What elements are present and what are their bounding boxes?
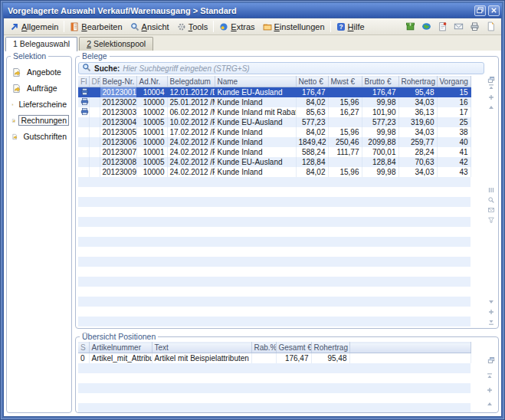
column-header-Belegdatum[interactable]: Belegdatum bbox=[167, 77, 215, 87]
column-header-Gesamt €[interactable]: Gesamt € bbox=[276, 343, 311, 353]
menu-item-allgemein[interactable]: Allgemein bbox=[6, 21, 62, 33]
sidebar-item-lieferscheine[interactable]: Lieferscheine bbox=[11, 99, 69, 110]
cell-mwst: 16,27 bbox=[328, 107, 362, 117]
scroll-up-button[interactable] bbox=[486, 397, 494, 410]
menu-item-label: Tools bbox=[189, 22, 208, 31]
menu-item-label: Hilfe bbox=[348, 22, 365, 31]
cell-vorgang: 38 bbox=[437, 127, 471, 137]
empty-cell bbox=[78, 247, 471, 257]
toolbar-package-button[interactable] bbox=[402, 21, 418, 32]
search-input[interactable]: Hier Suchbegriff eingeben (STRG+S) bbox=[123, 64, 480, 73]
empty-cell bbox=[78, 393, 471, 403]
table-row[interactable]: 201230061000024.02.2012 /FrKunde Inland1… bbox=[78, 137, 471, 147]
cell-brutto: 700,01 bbox=[362, 147, 398, 157]
add-button[interactable] bbox=[487, 308, 495, 316]
column-header-Rohertrag €[interactable]: Rohertrag € bbox=[398, 77, 437, 87]
sidebar-item-aufträge[interactable]: Aufträge bbox=[11, 83, 69, 94]
column-header-Text[interactable]: Text bbox=[152, 343, 251, 353]
column-header-Rohertrag €[interactable]: Rohertrag € bbox=[311, 343, 349, 353]
column-header-Mwst €[interactable]: Mwst € bbox=[328, 77, 362, 87]
column-header-blank[interactable] bbox=[349, 343, 471, 353]
title-bar: Vorgelagerte Auswahl Verkauf/Warenausgan… bbox=[3, 3, 502, 18]
cell-vorgang: 25 bbox=[437, 117, 471, 127]
zoom-small-button[interactable] bbox=[487, 196, 495, 204]
empty-cell bbox=[78, 326, 471, 329]
menu-item-hilfe[interactable]: ?Hilfe bbox=[333, 21, 369, 33]
doc-item-icon bbox=[11, 84, 21, 94]
cell-rohertrag: 95,48 bbox=[311, 353, 349, 363]
cell-rohertrag: 34,03 bbox=[398, 97, 437, 107]
menu-item-label: Bearbeiten bbox=[81, 22, 122, 31]
menu-item-bearbeiten[interactable]: Bearbeiten bbox=[66, 21, 126, 33]
column-header-Rab.%[interactable]: Rab.% bbox=[251, 343, 276, 353]
menu-item-extras[interactable]: Extras bbox=[215, 21, 258, 33]
table-row[interactable]: 201230091000024.02.2012 /FrKunde Inland8… bbox=[78, 167, 471, 177]
column-header-S[interactable]: S bbox=[78, 343, 89, 353]
scroll-up-button[interactable] bbox=[487, 103, 495, 111]
toolbar-printer-button[interactable] bbox=[467, 21, 483, 32]
menu-item-ansicht[interactable]: Ansicht bbox=[126, 21, 173, 33]
empty-row bbox=[78, 247, 471, 257]
columns-button[interactable] bbox=[487, 186, 495, 194]
add-button[interactable] bbox=[487, 94, 495, 101]
column-chooser-button[interactable] bbox=[487, 76, 495, 84]
toolbar-notes-button[interactable] bbox=[434, 21, 451, 32]
table-row[interactable]: 201230021000025.01.2012 /MiKunde Inland8… bbox=[78, 97, 471, 107]
column-header-DR[interactable]: DR bbox=[89, 77, 100, 87]
positionen-group: Übersicht Positionen SArtikelnummerTextR… bbox=[75, 332, 499, 413]
table-row[interactable]: 0Artikel_mit_AttributenArtikel mit Beisp… bbox=[78, 353, 471, 363]
column-header-Netto €[interactable]: Netto € bbox=[296, 77, 328, 87]
tab-1-belegauswahl[interactable]: 1 Belegauswahl bbox=[5, 37, 77, 51]
cell-belegdatum: 17.02.2012 /Fr bbox=[167, 127, 215, 137]
scroll-down-button[interactable] bbox=[487, 298, 495, 306]
scroll-top-button[interactable] bbox=[487, 84, 495, 91]
cell-vorgang: 41 bbox=[437, 147, 471, 157]
column-header-Beleg-Nr.[interactable]: Beleg-Nr. bbox=[100, 77, 136, 87]
cell-brutto: 101,90 bbox=[362, 107, 398, 117]
toolbar-mail-button[interactable] bbox=[451, 21, 467, 32]
mail-icon bbox=[454, 21, 464, 31]
table-row[interactable]: 201230081000524.02.2012 /FrKunde EU-Ausl… bbox=[78, 157, 471, 167]
cell-mwst bbox=[328, 157, 362, 167]
cell-gesamt: 176,47 bbox=[276, 353, 311, 363]
column-chooser-button[interactable] bbox=[487, 353, 495, 366]
cell-name: Kunde Inland bbox=[215, 137, 296, 147]
column-header-Vorgang[interactable]: Vorgang bbox=[437, 77, 471, 87]
empty-row bbox=[78, 393, 471, 403]
menu-item-tools[interactable]: Tools bbox=[173, 21, 212, 33]
cell-fi bbox=[78, 117, 89, 127]
tab-2-selektionspool[interactable]: 2 Selektionspool bbox=[79, 37, 153, 51]
column-header-Name[interactable]: Name bbox=[215, 77, 296, 87]
cell-beleg-nr: 20123001 bbox=[100, 87, 136, 98]
table-row[interactable]: 201230051000117.02.2012 /FrKunde Inland8… bbox=[78, 127, 471, 137]
window-controls bbox=[472, 5, 500, 16]
restore-button[interactable] bbox=[474, 5, 486, 16]
close-button[interactable] bbox=[488, 5, 500, 16]
filter-button[interactable] bbox=[487, 216, 495, 224]
toolbar-page-button[interactable] bbox=[483, 21, 499, 32]
magnifier-icon bbox=[82, 63, 91, 72]
scroll-bottom-button[interactable] bbox=[487, 318, 495, 326]
table-row[interactable]: 201230011000412.01.2012 /DoKunde EU-Ausl… bbox=[78, 87, 471, 98]
table-row[interactable]: 201230041000510.02.2012 /FrKunde EU-Ausl… bbox=[78, 117, 471, 127]
column-header-Artikelnummer[interactable]: Artikelnummer bbox=[89, 343, 152, 353]
table-row[interactable]: 201230031000206.02.2012 /MoKunde Inland … bbox=[78, 107, 471, 117]
doc-item-icon bbox=[11, 100, 14, 110]
menu-item-einstellungen[interactable]: Einstellungen bbox=[259, 21, 329, 33]
main-content: Selektion AngeboteAufträgeLieferscheineR… bbox=[4, 51, 501, 416]
cell-vorgang: 17 bbox=[437, 107, 471, 117]
table-row[interactable]: 201230071000124.02.2012 /FrKunde Inland5… bbox=[78, 147, 471, 157]
cell-name: Kunde EU-Ausland bbox=[215, 117, 296, 127]
column-header-Brutto €[interactable]: Brutto € bbox=[362, 77, 398, 87]
export-button[interactable] bbox=[487, 206, 495, 214]
sidebar-item-rechnungen[interactable]: Rechnungen bbox=[11, 115, 69, 126]
scroll-top-button[interactable] bbox=[486, 369, 494, 382]
add-button[interactable] bbox=[486, 383, 494, 396]
cell-beleg-nr: 20123003 bbox=[100, 107, 136, 117]
sidebar-item-gutschriften[interactable]: Gutschriften bbox=[11, 131, 69, 142]
column-header-FI[interactable]: FI bbox=[78, 77, 89, 87]
sidebar-item-angebote[interactable]: Angebote bbox=[11, 67, 69, 77]
toolbar-globe-button[interactable] bbox=[418, 21, 434, 32]
page-icon bbox=[486, 21, 496, 31]
column-header-Ad.Nr.[interactable]: Ad.Nr. bbox=[136, 77, 167, 87]
